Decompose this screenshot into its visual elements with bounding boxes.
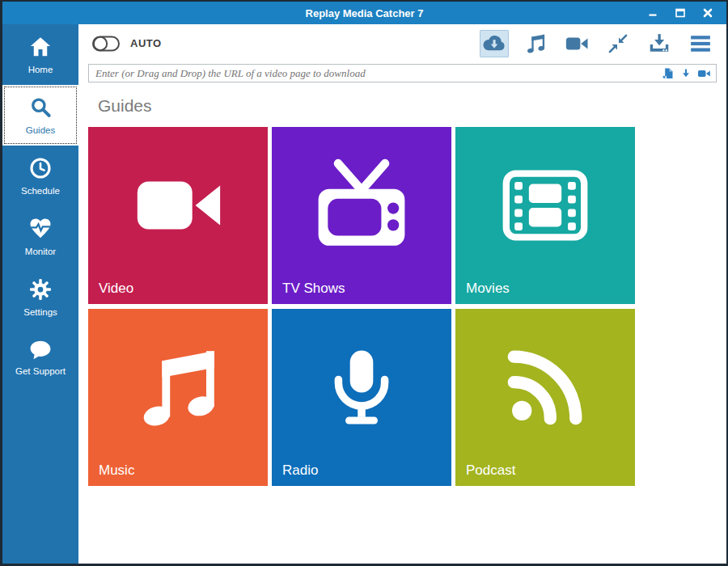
toolbar: AUTO: [78, 24, 726, 62]
sidebar-item-label: Get Support: [15, 366, 66, 376]
paste-icon[interactable]: [662, 67, 675, 80]
tile-radio[interactable]: Radio: [272, 309, 451, 486]
sidebar-item-guides[interactable]: Guides: [2, 85, 78, 146]
sidebar-item-label: Guides: [26, 125, 55, 135]
tile-label: Podcast: [466, 463, 515, 479]
cloud-download-icon: [482, 32, 506, 56]
music-capture-button[interactable]: [521, 30, 550, 57]
tile-video[interactable]: Video: [88, 127, 268, 304]
auto-toggle-label: AUTO: [130, 37, 162, 49]
menu-icon: [688, 32, 713, 56]
camera-icon[interactable]: [697, 68, 711, 79]
sidebar-item-label: Schedule: [21, 186, 60, 196]
sidebar-item-label: Settings: [23, 307, 57, 317]
microphone-icon: [320, 345, 404, 429]
minimize-icon: [645, 6, 660, 20]
page-title: Guides: [98, 96, 717, 116]
url-bar-row: [78, 62, 726, 82]
sidebar-item-get-support[interactable]: Get Support: [2, 327, 78, 388]
content-area: AUTO: [78, 24, 726, 564]
url-bar-icons: [662, 67, 711, 80]
guides-tile-grid: Video TV Shows: [88, 127, 717, 486]
film-strip-icon: [497, 158, 593, 253]
download-icon: [647, 32, 671, 56]
sidebar-item-label: Home: [28, 65, 53, 74]
window-title: Replay Media Catcher 7: [2, 7, 726, 19]
sidebar-item-schedule[interactable]: Schedule: [2, 146, 78, 206]
download-arrow-icon[interactable]: [680, 68, 692, 79]
maximize-button[interactable]: [667, 2, 694, 24]
search-icon: [28, 95, 53, 120]
compact-view-button[interactable]: [603, 30, 633, 57]
tile-podcast[interactable]: Podcast: [455, 309, 635, 486]
app-window: Replay Media Catcher 7 Home: [0, 0, 728, 566]
home-icon: [28, 35, 53, 59]
sidebar-item-settings[interactable]: Settings: [2, 267, 78, 327]
sidebar-item-home[interactable]: Home: [2, 24, 78, 85]
window-controls: [639, 2, 722, 24]
clock-icon: [28, 156, 53, 180]
downloads-button[interactable]: [645, 30, 674, 57]
music-note-icon: [524, 32, 547, 55]
url-bar: [88, 64, 717, 82]
tile-label: Music: [99, 463, 134, 479]
chat-icon: [28, 340, 53, 361]
url-input[interactable]: [95, 67, 662, 80]
tile-label: Movies: [466, 281, 510, 297]
maximize-icon: [673, 6, 688, 20]
close-icon: [700, 6, 715, 20]
minimize-button[interactable]: [639, 2, 667, 24]
title-bar: Replay Media Catcher 7: [2, 2, 726, 24]
tile-music[interactable]: Music: [88, 309, 268, 486]
sidebar-item-monitor[interactable]: Monitor: [2, 206, 78, 267]
tile-label: Radio: [282, 463, 318, 479]
auto-toggle[interactable]: [91, 35, 121, 53]
gear-icon: [28, 277, 53, 302]
video-capture-button[interactable]: [562, 30, 591, 57]
tv-icon: [312, 156, 411, 255]
rss-icon: [502, 344, 589, 431]
video-camera-icon: [565, 32, 589, 56]
menu-button[interactable]: [686, 30, 715, 57]
music-note-icon: [133, 342, 223, 433]
tile-tv-shows[interactable]: TV Shows: [272, 127, 451, 304]
guides-page: Guides Video: [78, 82, 726, 564]
sidebar: Home Guides Schedule: [2, 24, 78, 564]
tile-movies[interactable]: Movies: [455, 127, 635, 304]
tile-label: TV Shows: [282, 281, 345, 297]
compact-view-icon: [607, 33, 629, 54]
tile-label: Video: [99, 281, 133, 297]
sidebar-item-label: Monitor: [25, 247, 56, 256]
cloud-download-button[interactable]: [480, 30, 509, 57]
heart-pulse-icon: [28, 217, 53, 241]
video-camera-icon: [130, 158, 226, 253]
toolbar-icons: [480, 30, 715, 57]
close-button[interactable]: [694, 2, 722, 24]
